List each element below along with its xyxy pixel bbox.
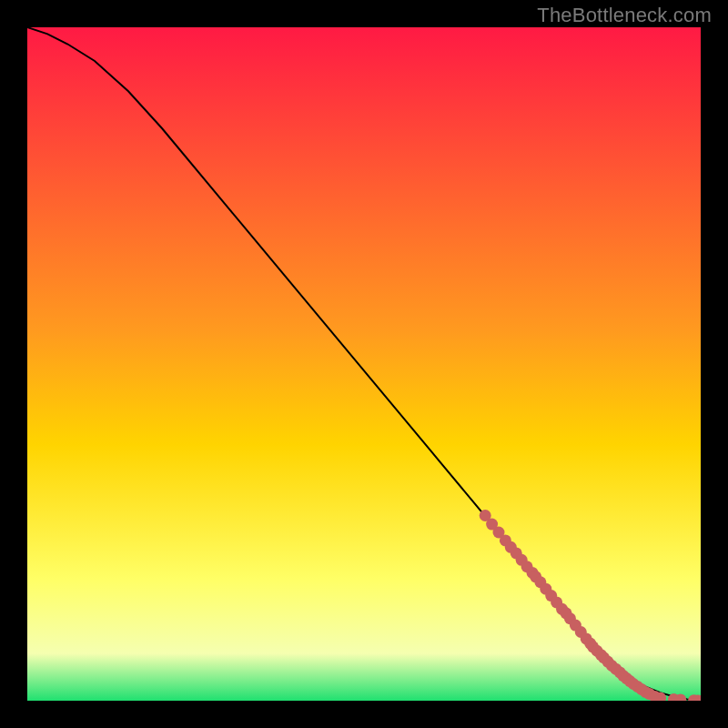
chart-svg: [27, 27, 701, 701]
watermark-text: TheBottleneck.com: [537, 4, 712, 27]
gradient-background: [27, 27, 701, 701]
chart-frame: TheBottleneck.com: [0, 0, 728, 728]
plot-area: [27, 27, 701, 701]
